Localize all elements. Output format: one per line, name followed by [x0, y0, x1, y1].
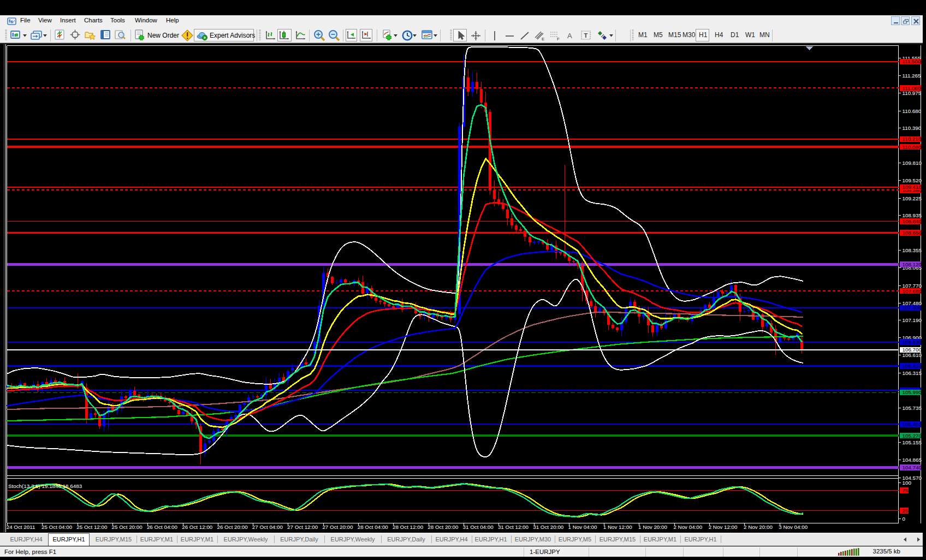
svg-text:109.810: 109.810 — [903, 160, 922, 166]
svg-text:1 Nov 12:00: 1 Nov 12:00 — [603, 524, 632, 530]
svg-text:110.680: 110.680 — [903, 108, 922, 114]
svg-text:108.120: 108.120 — [903, 261, 922, 267]
svg-text:106.610: 106.610 — [903, 352, 922, 358]
svg-text:31 Oct 12:00: 31 Oct 12:00 — [498, 524, 529, 530]
svg-text:0: 0 — [903, 516, 906, 522]
svg-text:27 Oct 12:00: 27 Oct 12:00 — [287, 524, 318, 530]
svg-text:27 Oct 04:00: 27 Oct 04:00 — [252, 524, 283, 530]
svg-text:3 Nov 04:00: 3 Nov 04:00 — [779, 524, 808, 530]
svg-text:2 Nov 12:00: 2 Nov 12:00 — [709, 524, 738, 530]
svg-text:26 Oct 04:00: 26 Oct 04:00 — [147, 524, 178, 530]
svg-text:105.270: 105.270 — [903, 433, 922, 439]
svg-text:110.390: 110.390 — [903, 125, 922, 131]
svg-text:26 Oct 20:00: 26 Oct 20:00 — [217, 524, 248, 530]
svg-text:25 Oct 12:00: 25 Oct 12:00 — [76, 524, 108, 530]
svg-text:106.830: 106.830 — [903, 339, 922, 345]
svg-text:31 Oct 20:00: 31 Oct 20:00 — [533, 524, 564, 530]
svg-text:110.975: 110.975 — [903, 90, 922, 96]
svg-text:109.225: 109.225 — [903, 195, 922, 201]
svg-text:Stoch(13,3,5) 19.1848 18.6483: Stoch(13,3,5) 19.1848 18.6483 — [8, 483, 82, 489]
svg-text:1 Nov 04:00: 1 Nov 04:00 — [568, 524, 597, 530]
svg-text:F: F — [557, 37, 560, 41]
svg-text:104.740: 104.740 — [903, 464, 922, 470]
svg-text:105.460: 105.460 — [903, 421, 922, 427]
svg-text:28 Oct 12:00: 28 Oct 12:00 — [393, 524, 424, 530]
svg-text:24 Oct 2011: 24 Oct 2011 — [7, 524, 35, 530]
svg-text:105.735: 105.735 — [903, 405, 922, 411]
svg-text:111.060: 111.060 — [903, 85, 922, 91]
svg-text:111.265: 111.265 — [903, 73, 922, 79]
svg-text:110.210: 110.210 — [903, 136, 922, 142]
svg-text:106.430: 106.430 — [903, 363, 922, 369]
svg-text:109.410: 109.410 — [903, 184, 922, 190]
svg-text:105.155: 105.155 — [903, 439, 922, 445]
svg-text:31 Oct 04:00: 31 Oct 04:00 — [463, 524, 494, 530]
svg-text:2 Nov 20:00: 2 Nov 20:00 — [744, 524, 773, 530]
svg-text:107.400: 107.400 — [903, 305, 922, 311]
svg-text:110.080: 110.080 — [903, 144, 922, 150]
svg-text:2 Nov 04:00: 2 Nov 04:00 — [673, 524, 702, 530]
svg-text:104.865: 104.865 — [903, 457, 922, 463]
svg-text:E: E — [542, 37, 544, 41]
svg-text:25 Oct 04:00: 25 Oct 04:00 — [41, 524, 73, 530]
svg-text:107.680: 107.680 — [903, 288, 922, 294]
svg-text:28 Oct 20:00: 28 Oct 20:00 — [428, 524, 459, 530]
svg-text:111.500: 111.500 — [903, 58, 922, 64]
svg-text:28 Oct 04:00: 28 Oct 04:00 — [358, 524, 389, 530]
svg-text:25: 25 — [903, 508, 909, 514]
svg-text:108.840: 108.840 — [903, 218, 922, 224]
svg-text:1 Nov 20:00: 1 Nov 20:00 — [638, 524, 667, 530]
svg-text:26 Oct 12:00: 26 Oct 12:00 — [182, 524, 213, 530]
svg-text:75: 75 — [903, 487, 909, 493]
svg-text:106.700: 106.700 — [903, 347, 922, 353]
svg-text:108.355: 108.355 — [903, 247, 922, 253]
svg-text:25 Oct 20:00: 25 Oct 20:00 — [112, 524, 143, 530]
svg-text:107.190: 107.190 — [903, 317, 922, 323]
svg-text:106.315: 106.315 — [903, 370, 922, 376]
svg-text:105.990: 105.990 — [903, 389, 922, 395]
svg-text:108.935: 108.935 — [903, 212, 922, 218]
svg-text:27 Oct 20:00: 27 Oct 20:00 — [322, 524, 353, 530]
svg-text:109.520: 109.520 — [903, 177, 922, 183]
svg-text:108.650: 108.650 — [903, 230, 922, 236]
svg-text:100: 100 — [903, 480, 912, 486]
svg-text:T: T — [584, 32, 588, 39]
